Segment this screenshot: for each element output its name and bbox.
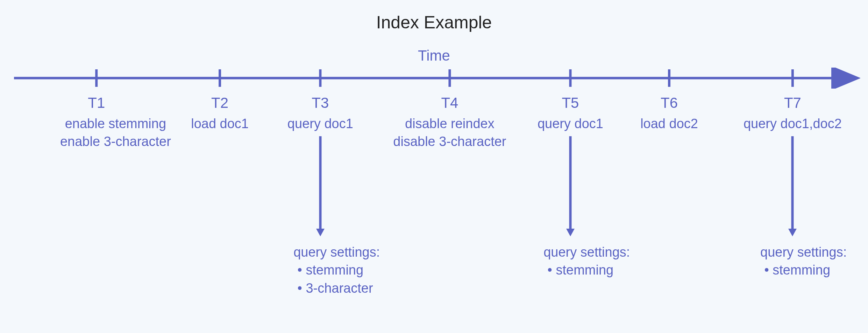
result-heading: query settings: (543, 243, 630, 261)
diagram-title: Index Example (376, 12, 492, 33)
tick-label-T6: T6 (661, 95, 678, 111)
result-heading: query settings: (760, 243, 847, 261)
result-T7: query settings:• stemming (760, 243, 847, 279)
action-line: query doc1 (287, 115, 353, 133)
result-heading: query settings: (293, 243, 380, 261)
down-arrow-T3 (313, 136, 327, 236)
down-arrow-T7 (785, 136, 799, 236)
action-T3: query doc1 (287, 115, 353, 133)
result-T3: query settings:• stemming• 3-character (293, 243, 380, 297)
action-T5: query doc1 (538, 115, 603, 133)
action-T6: load doc2 (640, 115, 698, 133)
tick-label-T3: T3 (312, 95, 329, 111)
tick-label-T1: T1 (88, 95, 105, 111)
action-T4: disable reindexdisable 3-character (393, 115, 506, 151)
tick-label-T5: T5 (562, 95, 579, 111)
action-T2: load doc1 (191, 115, 249, 133)
svg-marker-7 (788, 229, 797, 236)
action-line: disable 3-character (393, 133, 506, 151)
timeline-axis (14, 68, 860, 89)
action-line: query doc1,doc2 (744, 115, 842, 133)
time-label: Time (418, 47, 450, 64)
tick-label-T7: T7 (784, 95, 801, 111)
down-arrow-T5 (563, 136, 577, 236)
tick-label-T4: T4 (441, 95, 458, 111)
action-line: enable 3-character (60, 133, 171, 151)
result-T5: query settings:• stemming (543, 243, 630, 279)
svg-marker-3 (316, 229, 325, 236)
tick-label-T2: T2 (211, 95, 228, 111)
result-bullet: • 3-character (293, 279, 380, 297)
action-T1: enable stemmingenable 3-character (60, 115, 171, 151)
result-bullet: • stemming (760, 261, 847, 279)
svg-marker-5 (566, 229, 575, 236)
action-line: query doc1 (538, 115, 603, 133)
action-T7: query doc1,doc2 (744, 115, 842, 133)
result-bullet: • stemming (543, 261, 630, 279)
action-line: enable stemming (60, 115, 171, 133)
result-bullet: • stemming (293, 261, 380, 279)
action-line: disable reindex (393, 115, 506, 133)
action-line: load doc2 (640, 115, 698, 133)
action-line: load doc1 (191, 115, 249, 133)
